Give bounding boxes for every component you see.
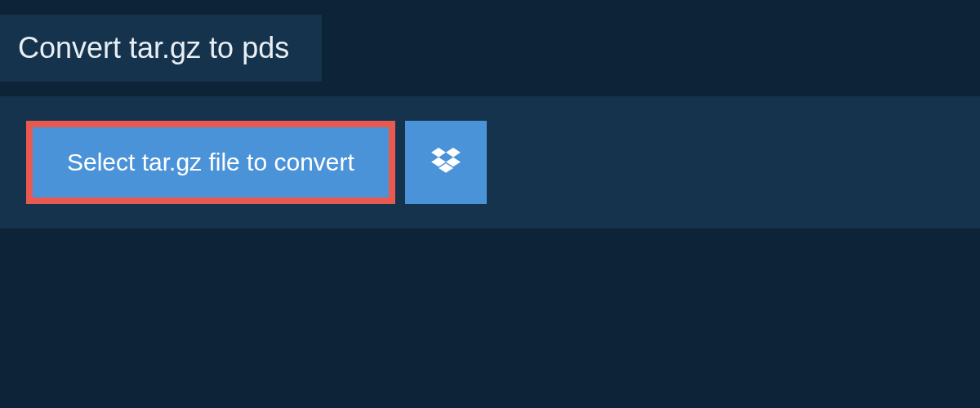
title-tab: Convert tar.gz to pds [0,15,322,82]
select-file-button-label: Select tar.gz file to convert [67,149,354,176]
content-panel: Select tar.gz file to convert [0,96,980,228]
page-title: Convert tar.gz to pds [18,31,289,64]
dropbox-button[interactable] [405,121,487,204]
button-row: Select tar.gz file to convert [26,121,956,204]
select-file-button[interactable]: Select tar.gz file to convert [26,121,395,204]
dropbox-icon [431,148,461,178]
